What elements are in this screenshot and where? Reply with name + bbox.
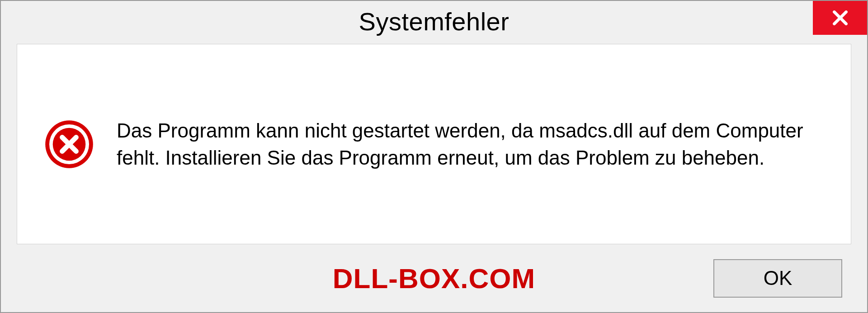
- ok-button[interactable]: OK: [713, 259, 842, 298]
- close-icon: [830, 8, 850, 28]
- error-icon: [44, 119, 94, 169]
- dialog-footer: DLL-BOX.COM OK: [1, 253, 867, 312]
- titlebar: Systemfehler: [1, 1, 867, 42]
- watermark-text: DLL-BOX.COM: [333, 262, 535, 294]
- error-dialog: Systemfehler Das Programm kann nicht ges…: [0, 0, 868, 313]
- close-button[interactable]: [813, 1, 867, 35]
- dialog-title: Systemfehler: [359, 7, 509, 36]
- content-panel: Das Programm kann nicht gestartet werden…: [17, 44, 851, 244]
- error-message: Das Programm kann nicht gestartet werden…: [117, 117, 824, 171]
